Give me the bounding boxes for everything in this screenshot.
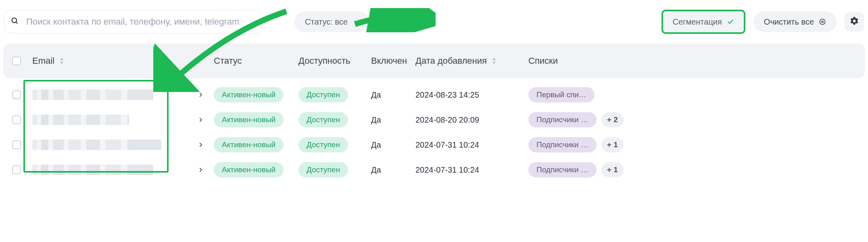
list-badge[interactable]: Подписчики … xyxy=(528,137,597,152)
settings-button[interactable] xyxy=(845,12,864,31)
sort-icon xyxy=(492,57,497,65)
status-badge: Активен-новый xyxy=(214,137,284,152)
column-availability[interactable]: Доступность xyxy=(298,56,371,66)
column-date[interactable]: Дата добавления xyxy=(415,56,528,66)
column-lists-label: Списки xyxy=(528,56,558,66)
sort-icon xyxy=(59,57,64,65)
svg-line-1 xyxy=(16,22,18,23)
column-email-label: Email xyxy=(32,56,54,66)
chevron-down-icon xyxy=(353,19,359,25)
date-value: 2024-07-31 10:24 xyxy=(415,140,479,150)
more-lists-badge[interactable]: + 1 xyxy=(601,162,624,177)
select-all-checkbox[interactable] xyxy=(12,56,21,65)
svg-point-0 xyxy=(12,18,17,23)
row-checkbox[interactable] xyxy=(12,140,21,149)
list-badge[interactable]: Подписчики … xyxy=(528,162,597,177)
column-status-label: Статус xyxy=(214,56,242,66)
enabled-value: Да xyxy=(371,140,381,149)
date-value: 2024-08-23 14:25 xyxy=(415,90,479,100)
column-availability-label: Доступность xyxy=(298,56,351,66)
row-checkbox[interactable] xyxy=(12,115,21,124)
table-row[interactable]: Активен-новый Доступен Да 2024-08-20 20:… xyxy=(3,107,865,132)
svg-marker-6 xyxy=(60,62,63,64)
enabled-value: Да xyxy=(371,165,381,174)
status-badge: Активен-новый xyxy=(214,162,284,177)
status-badge: Активен-новый xyxy=(214,87,284,102)
email-redacted xyxy=(32,90,153,100)
row-checkbox[interactable] xyxy=(12,165,21,174)
table-body: Активен-новый Доступен Да 2024-08-23 14:… xyxy=(0,78,868,182)
close-circle-icon xyxy=(819,18,826,25)
column-status[interactable]: Статус xyxy=(214,56,298,66)
status-badge: Активен-новый xyxy=(214,112,284,127)
more-lists-badge[interactable]: + 1 xyxy=(601,137,624,152)
availability-badge: Доступен xyxy=(298,162,348,177)
more-lists-badge[interactable]: + 2 xyxy=(601,112,624,127)
availability-badge: Доступен xyxy=(298,112,348,127)
clear-all-label: Очистить все xyxy=(764,17,814,27)
column-enabled-label: Включен xyxy=(371,56,407,66)
status-filter-chip[interactable]: Статус: все xyxy=(294,11,369,32)
gear-icon xyxy=(849,16,859,28)
svg-marker-8 xyxy=(492,62,496,64)
email-redacted xyxy=(32,165,153,175)
search-container[interactable] xyxy=(4,10,262,33)
expand-row-button[interactable] xyxy=(198,140,214,150)
table-row[interactable]: Активен-новый Доступен Да 2024-08-23 14:… xyxy=(3,82,865,107)
expand-row-button[interactable] xyxy=(198,90,214,100)
row-checkbox[interactable] xyxy=(12,90,21,99)
list-badge[interactable]: Подписчики … xyxy=(528,112,597,127)
clear-all-chip[interactable]: Очистить все xyxy=(753,11,837,32)
search-input[interactable] xyxy=(26,17,255,27)
toolbar: Статус: все Сегментация Очистить все xyxy=(0,0,868,44)
check-icon xyxy=(727,18,734,25)
availability-badge: Доступен xyxy=(298,87,348,102)
expand-row-button[interactable] xyxy=(198,165,214,175)
email-redacted xyxy=(32,115,129,125)
date-value: 2024-07-31 10:24 xyxy=(415,165,479,175)
list-badge[interactable]: Первый спи… xyxy=(528,87,595,102)
availability-badge: Доступен xyxy=(298,137,348,152)
svg-marker-7 xyxy=(492,58,496,60)
column-lists[interactable]: Списки xyxy=(528,56,625,66)
enabled-value: Да xyxy=(371,90,381,99)
column-email[interactable]: Email xyxy=(32,56,198,66)
table-row[interactable]: Активен-новый Доступен Да 2024-07-31 10:… xyxy=(3,132,865,157)
column-enabled[interactable]: Включен xyxy=(371,56,415,66)
table-row[interactable]: Активен-новый Доступен Да 2024-07-31 10:… xyxy=(3,157,865,182)
email-redacted xyxy=(32,140,161,150)
status-filter-label: Статус: все xyxy=(305,17,348,27)
segment-chip[interactable]: Сегментация xyxy=(661,10,745,34)
expand-row-button[interactable] xyxy=(198,115,214,125)
enabled-value: Да xyxy=(371,115,381,124)
column-date-label: Дата добавления xyxy=(415,56,487,66)
date-value: 2024-08-20 20:09 xyxy=(415,115,479,125)
segment-label: Сегментация xyxy=(673,17,722,27)
search-icon xyxy=(11,17,19,27)
table-header: Email Статус Доступность Включен Дата до… xyxy=(3,44,865,78)
svg-marker-5 xyxy=(60,58,63,60)
